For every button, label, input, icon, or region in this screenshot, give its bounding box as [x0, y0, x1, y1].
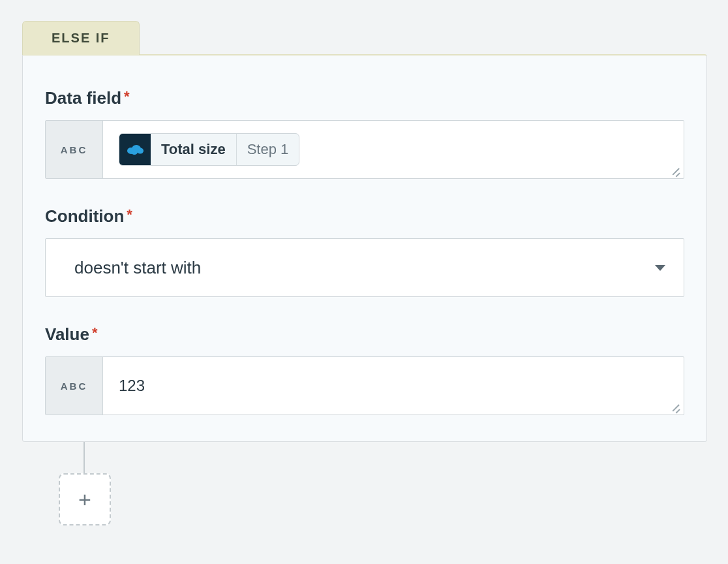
- value-text: 123: [119, 377, 145, 395]
- label-text: Data field: [45, 88, 121, 108]
- resize-grip-icon: [669, 401, 680, 412]
- type-indicator-text: ABC: [61, 144, 88, 155]
- label-text: Condition: [45, 206, 124, 226]
- connector-line: [83, 442, 85, 473]
- required-indicator: *: [127, 206, 132, 223]
- data-pill[interactable]: Total size Step 1: [119, 133, 299, 166]
- condition-select[interactable]: doesn't start with: [45, 238, 684, 297]
- required-indicator: *: [124, 88, 130, 104]
- tab-label: ELSE IF: [52, 31, 110, 45]
- connector-area: +: [22, 442, 707, 525]
- value-body[interactable]: 123: [103, 357, 684, 415]
- label-value: Value*: [45, 324, 684, 345]
- pill-step-text: Step 1: [247, 141, 289, 158]
- type-indicator-text: ABC: [61, 381, 88, 392]
- data-field-input[interactable]: ABC Total size: [45, 120, 684, 179]
- condition-selected: doesn't start with: [74, 258, 201, 278]
- pill-main-label: Total size: [151, 134, 237, 165]
- label-condition: Condition*: [45, 206, 684, 227]
- salesforce-icon: [119, 134, 151, 165]
- pill-main-text: Total size: [161, 141, 226, 158]
- resize-grip-icon: [669, 165, 680, 176]
- add-step-button[interactable]: +: [59, 473, 111, 525]
- type-indicator-abc: ABC: [46, 121, 103, 178]
- svg-point-3: [131, 149, 138, 155]
- label-text: Value: [45, 324, 89, 344]
- required-indicator: *: [92, 324, 98, 341]
- label-data-field: Data field*: [45, 88, 684, 108]
- field-data-field: Data field* ABC: [45, 88, 684, 179]
- tab-else-if[interactable]: ELSE IF: [22, 21, 140, 55]
- value-input[interactable]: ABC 123: [45, 356, 684, 415]
- plus-icon: +: [78, 488, 91, 510]
- type-indicator-abc: ABC: [46, 357, 103, 415]
- data-field-body[interactable]: Total size Step 1: [103, 121, 684, 178]
- chevron-down-icon: [655, 265, 665, 271]
- pill-step-label: Step 1: [237, 134, 299, 165]
- condition-card: Data field* ABC: [22, 54, 707, 442]
- field-condition: Condition* doesn't start with: [45, 206, 684, 297]
- field-value: Value* ABC 123: [45, 324, 684, 415]
- svg-point-2: [137, 148, 144, 154]
